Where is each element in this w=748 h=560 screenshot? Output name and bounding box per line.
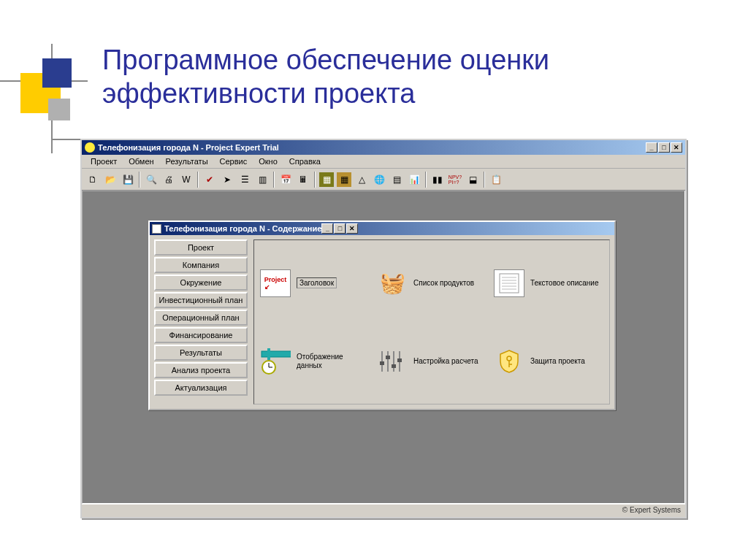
check-icon[interactable]: ✔ <box>202 172 218 188</box>
tab-financing[interactable]: Финансирование <box>154 327 248 343</box>
menu-exchange[interactable]: Обмен <box>123 156 159 167</box>
tab-environment[interactable]: Окружение <box>154 275 248 291</box>
print-icon[interactable]: 🖨 <box>161 172 177 188</box>
child-title: Телефонизация города N - Содержание <box>164 224 321 233</box>
preview-icon[interactable]: 🔍 <box>143 172 159 188</box>
child-window: Телефонизация города N - Содержание _ □ … <box>148 220 616 410</box>
item-products-label: Список продуктов <box>413 279 474 288</box>
table-icon[interactable]: ▤ <box>389 172 405 188</box>
item-calc-settings[interactable]: Настройка расчета <box>377 324 486 398</box>
tab-company[interactable]: Компания <box>154 257 248 273</box>
tab-operational[interactable]: Операционный план <box>154 310 248 326</box>
calculator-icon[interactable]: 🖩 <box>295 172 311 188</box>
mdi-workspace: Телефонизация города N - Содержание _ □ … <box>82 191 685 504</box>
plus-icon[interactable]: △ <box>354 172 370 188</box>
tab-results[interactable]: Результаты <box>154 345 248 361</box>
arrow-icon[interactable]: ➤ <box>219 172 235 188</box>
save-icon[interactable]: 💾 <box>120 172 136 188</box>
child-close-button[interactable]: ✕ <box>346 223 358 234</box>
menu-results[interactable]: Результаты <box>160 156 214 167</box>
npv-icon[interactable]: NPV?PI=? <box>447 172 463 188</box>
svg-rect-18 <box>397 358 402 362</box>
item-products[interactable]: 🧺 Список продуктов <box>377 246 486 320</box>
minimize-button[interactable]: _ <box>646 142 657 153</box>
sliders-icon <box>377 348 408 375</box>
globe-icon[interactable]: 🌐 <box>371 172 387 188</box>
project-icon: Project↙ <box>260 269 291 297</box>
svg-rect-17 <box>392 364 396 368</box>
grid2-icon[interactable]: ▦ <box>336 172 352 188</box>
item-display-data[interactable]: Отображение данных <box>260 324 370 398</box>
document-icon <box>152 224 161 234</box>
app-icon <box>85 142 95 153</box>
item-protection-label: Защита проекта <box>530 357 585 366</box>
tree-icon[interactable]: ☰ <box>237 172 253 188</box>
grid-icon[interactable]: ▦ <box>318 172 335 188</box>
main-titlebar: Телефонизация города N - Project Expert … <box>82 140 685 155</box>
open-icon[interactable]: 📂 <box>102 172 118 188</box>
basket-icon: 🧺 <box>377 269 408 297</box>
copy-icon[interactable]: 📋 <box>488 172 504 188</box>
slide-decoration <box>0 44 95 139</box>
flow-icon[interactable]: ⬓ <box>465 172 481 188</box>
word-icon[interactable]: W <box>178 172 194 188</box>
close-button[interactable]: ✕ <box>671 142 682 153</box>
bars-icon[interactable]: ▮▮ <box>430 172 446 188</box>
item-title-label: Заголовок <box>297 277 337 288</box>
item-display-data-label: Отображение данных <box>297 353 370 370</box>
statusbar: © Expert Systems <box>82 504 685 517</box>
item-protection[interactable]: Защита проекта <box>494 324 603 398</box>
tab-list: Проект Компания Окружение Инвестиционный… <box>154 239 248 404</box>
child-minimize-button[interactable]: _ <box>321 223 333 234</box>
menu-help[interactable]: Справка <box>283 156 327 167</box>
new-icon[interactable]: 🗋 <box>85 172 101 188</box>
app-window: Телефонизация города N - Project Expert … <box>80 139 687 518</box>
shield-key-icon <box>494 348 524 375</box>
menu-project[interactable]: Проект <box>85 156 123 167</box>
chart-icon[interactable]: 📊 <box>406 172 422 188</box>
svg-rect-15 <box>380 361 384 365</box>
tab-actualization[interactable]: Актуализация <box>154 380 248 396</box>
document-lines-icon <box>494 269 524 297</box>
window-controls: _ □ ✕ <box>646 142 682 153</box>
menu-window[interactable]: Окно <box>253 156 283 167</box>
item-calc-settings-label: Настройка расчета <box>413 357 478 366</box>
slide-title: Программное обеспечение оценки эффективн… <box>102 44 701 110</box>
item-text-desc[interactable]: Текстовое описание <box>494 246 603 320</box>
calendar-icon[interactable]: 📅 <box>278 172 294 188</box>
menubar: Проект Обмен Результаты Сервис Окно Спра… <box>82 155 685 169</box>
app-title: Телефонизация города N - Project Expert … <box>98 143 279 152</box>
tab-project[interactable]: Проект <box>154 239 248 256</box>
svg-rect-7 <box>267 348 270 360</box>
tab-investment[interactable]: Инвестиционный план <box>154 292 248 308</box>
tab-analysis[interactable]: Анализ проекта <box>154 362 248 378</box>
maximize-button[interactable]: □ <box>658 142 670 153</box>
child-titlebar: Телефонизация города N - Содержание _ □ … <box>150 222 614 235</box>
status-text: © Expert Systems <box>622 506 681 514</box>
child-maximize-button[interactable]: □ <box>334 223 346 234</box>
clock-caliper-icon <box>260 348 291 375</box>
menu-service[interactable]: Сервис <box>214 156 253 167</box>
item-title[interactable]: Project↙ Заголовок <box>260 246 370 320</box>
svg-rect-6 <box>262 351 291 357</box>
stack-icon[interactable]: ▥ <box>254 172 270 188</box>
content-panel: Project↙ Заголовок 🧺 Список продуктов Те… <box>253 239 610 404</box>
svg-rect-16 <box>386 356 390 359</box>
item-text-desc-label: Текстовое описание <box>530 279 599 288</box>
toolbar: 🗋 📂 💾 🔍 🖨 W ✔ ➤ ☰ ▥ 📅 🖩 ▦ ▦ △ 🌐 ▤ 📊 ▮▮ N… <box>82 169 685 191</box>
